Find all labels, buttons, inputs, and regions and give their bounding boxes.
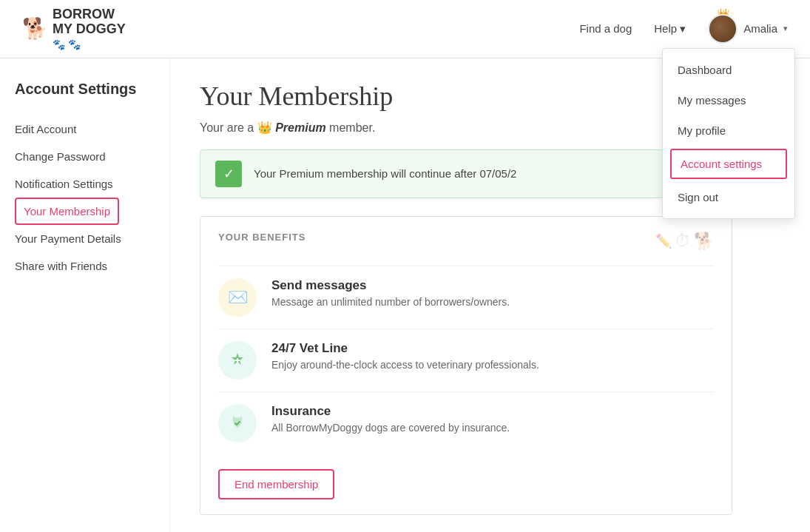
user-dropdown-menu: Dashboard My messages My profile Account…	[662, 48, 795, 219]
page-title: Your Membership	[200, 81, 732, 112]
vet-line-icon	[218, 341, 257, 380]
benefits-card: YOUR BENEFITS ✏️ ⏱ 🐕 ✉️ Send messages Me…	[200, 216, 732, 515]
user-avatar	[708, 14, 738, 44]
benefit-vet-line-name: 24/7 Vet Line	[271, 341, 539, 356]
subtitle-prefix: Your are a	[200, 121, 254, 134]
benefit-vet-line: 24/7 Vet Line Enjoy around-the-clock acc…	[218, 329, 714, 391]
user-chevron-icon: ▾	[783, 24, 788, 33]
benefit-vet-line-desc: Enjoy around-the-clock access to veterin…	[271, 359, 539, 371]
logo-text-line2: MY DOGGY	[53, 22, 126, 37]
logo-text-line1: BORROW	[53, 7, 126, 22]
sidebar-item-edit-account[interactable]: Edit Account	[15, 115, 155, 143]
benefit-send-messages-text: Send messages Message an unlimited numbe…	[271, 278, 510, 308]
paw-icon-left: 🐾	[53, 38, 65, 50]
insurance-icon	[218, 404, 257, 442]
help-label: Help	[654, 22, 677, 35]
dropdown-item-dashboard[interactable]: Dashboard	[663, 55, 794, 85]
benefits-header: YOUR BENEFITS ✏️ ⏱ 🐕	[218, 232, 714, 251]
benefit-send-messages-name: Send messages	[271, 278, 510, 293]
find-dog-link[interactable]: Find a dog	[579, 22, 632, 35]
benefit-send-messages: ✉️ Send messages Message an unlimited nu…	[218, 266, 714, 329]
benefits-section-title: YOUR BENEFITS	[218, 232, 306, 243]
benefit-vet-line-text: 24/7 Vet Line Enjoy around-the-clock acc…	[271, 341, 539, 371]
membership-subtitle: Your are a 👑 Premium member.	[200, 121, 732, 135]
dropdown-item-my-messages[interactable]: My messages	[663, 85, 794, 115]
sidebar-item-your-membership[interactable]: Your Membership	[15, 198, 119, 225]
benefit-insurance: Insurance All BorrowMyDoggy dogs are cov…	[218, 391, 714, 454]
clock-icon: ⏱	[675, 232, 691, 251]
sidebar-item-your-payment-details[interactable]: Your Payment Details	[15, 225, 155, 252]
pencil-icon: ✏️	[655, 233, 672, 249]
sidebar: Account Settings Edit Account Change Pas…	[0, 58, 170, 532]
alert-text: Your Premium membership will continue af…	[254, 167, 516, 180]
benefits-decorative-icons: ✏️ ⏱ 🐕	[655, 232, 714, 251]
sidebar-item-change-password[interactable]: Change Password	[15, 143, 155, 170]
user-name-label: Amalia	[743, 22, 777, 35]
dog-silhouette-icon: 🐕	[694, 232, 714, 251]
subtitle-suffix: member.	[329, 121, 375, 134]
benefit-insurance-desc: All BorrowMyDoggy dogs are covered by in…	[271, 422, 510, 434]
help-chevron-icon: ▾	[680, 22, 686, 36]
logo-icon: 🐕	[22, 16, 48, 41]
nav-right: Find a dog Help ▾ 👑 Amalia ▾	[579, 14, 788, 44]
end-membership-button[interactable]: End membership	[218, 469, 334, 499]
send-messages-icon: ✉️	[218, 278, 257, 317]
membership-alert: ✓ Your Premium membership will continue …	[200, 149, 732, 198]
benefit-insurance-text: Insurance All BorrowMyDoggy dogs are cov…	[271, 404, 510, 434]
paw-icon-right: 🐾	[68, 38, 81, 50]
crown-emoji-inline: 👑	[257, 121, 275, 134]
sidebar-item-notification-settings[interactable]: Notification Settings	[15, 170, 155, 198]
logo[interactable]: 🐕 BORROW MY DOGGY 🐾 🐾	[22, 7, 126, 50]
sidebar-item-share-with-friends[interactable]: Share with Friends	[15, 252, 155, 280]
benefit-send-messages-desc: Message an unlimited number of borrowers…	[271, 296, 510, 308]
header: 🐕 BORROW MY DOGGY 🐾 🐾 Find a dog Help ▾ …	[0, 0, 810, 58]
benefit-insurance-name: Insurance	[271, 404, 510, 419]
subtitle-premium: Premium	[275, 121, 325, 134]
dropdown-item-account-settings[interactable]: Account settings	[670, 149, 787, 179]
dropdown-item-sign-out[interactable]: Sign out	[663, 182, 794, 212]
sidebar-title: Account Settings	[15, 81, 155, 98]
user-menu-button[interactable]: 👑 Amalia ▾	[708, 14, 788, 44]
alert-check-icon: ✓	[215, 161, 242, 187]
dropdown-item-my-profile[interactable]: My profile	[663, 115, 794, 146]
help-button[interactable]: Help ▾	[654, 22, 686, 36]
